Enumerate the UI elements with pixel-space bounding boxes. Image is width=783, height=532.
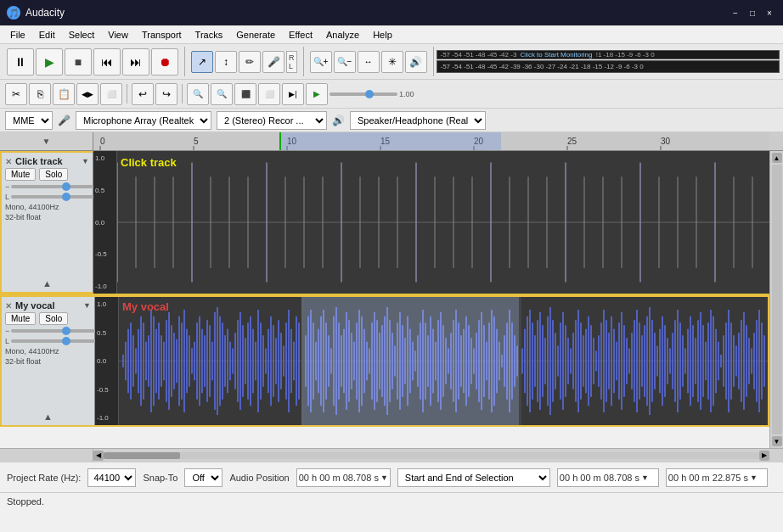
click-track-controls: Mute Solo — [5, 168, 89, 181]
vscroll-down[interactable]: ▼ — [772, 436, 782, 446]
device-toolbar: MME 🎤 Microphone Array (Realtek ... 2 (S… — [0, 109, 783, 132]
meter-values1b: !1 -18 -15 -9 -6 -3 0 — [594, 51, 654, 59]
paste-button[interactable]: 📋 — [53, 83, 75, 105]
vocal-track-collapse[interactable]: ▲ — [5, 412, 91, 422]
hscroll-track[interactable]: ◀ ▶ — [93, 449, 769, 462]
vocal-track-name[interactable]: My vocal — [12, 300, 83, 311]
fit-all-button[interactable]: ⬜ — [258, 83, 280, 105]
vocal-track-menu-chevron[interactable]: ▼ — [83, 301, 91, 310]
sel-end-dropdown[interactable]: ▼ — [750, 473, 758, 482]
click-track-label-overlay: Click track — [121, 156, 177, 169]
playback-speed-slider[interactable] — [330, 92, 397, 96]
sel-end-value: 00 h 00 m 22.875 s — [668, 473, 748, 483]
menu-analyze[interactable]: Analyze — [319, 28, 366, 42]
menu-generate[interactable]: Generate — [229, 28, 282, 42]
selection-end-input[interactable]: 00 h 00 m 22.875 s ▼ — [666, 468, 768, 487]
click-track-mute[interactable]: Mute — [5, 168, 36, 181]
fit-selection-button[interactable]: ↔ — [358, 51, 380, 73]
output-device-select[interactable]: Speaker/Headphone (Realte... — [350, 111, 486, 130]
selection-start-input[interactable]: 00 h 00 m 08.708 s ▼ — [557, 468, 659, 487]
channels-select[interactable]: 2 (Stereo) Recor ... — [217, 111, 327, 130]
horizontal-scrollbar[interactable]: ◀ ▶ — [0, 448, 783, 462]
zoom-in-edit-button[interactable]: 🔍 — [187, 83, 209, 105]
selection-mode-select[interactable]: Start and End of Selection — [397, 468, 550, 487]
hscroll-left[interactable]: ◀ — [93, 451, 104, 461]
meter-values2: -57 -54 -51 -48 -45 -42 -39 -36 -30 -27 … — [441, 63, 644, 70]
menu-view[interactable]: View — [101, 28, 135, 42]
zoom-in-button[interactable]: 🔍+ — [310, 51, 332, 73]
click-track-menu-chevron[interactable]: ▼ — [82, 157, 89, 165]
menu-file[interactable]: File — [3, 28, 32, 42]
copy-button[interactable]: ⎘ — [29, 83, 51, 105]
menu-select[interactable]: Select — [62, 28, 102, 42]
speed-label: 1.00 — [399, 90, 414, 98]
skip-back-button[interactable]: ⏮ — [93, 48, 121, 76]
envelope-tool-button[interactable]: ↕ — [215, 51, 237, 73]
menu-help[interactable]: Help — [366, 28, 399, 42]
menu-edit[interactable]: Edit — [32, 28, 62, 42]
audio-position-input[interactable]: 00 h 00 m 08.708 s ▼ — [296, 468, 391, 487]
play-at-speed-button[interactable]: ▶ — [306, 83, 328, 105]
vocal-track-close[interactable]: ✕ — [5, 301, 12, 311]
multi-tool-button[interactable]: ✳ — [381, 51, 403, 73]
click-track-y-axis: 1.0 0.5 0.0 -0.5 -1.0 — [93, 151, 117, 294]
zoom-out-edit-button[interactable]: 🔍 — [211, 83, 233, 105]
timeline-ruler[interactable]: 0 5 10 15 20 25 30 — [93, 132, 769, 150]
silence-button[interactable]: ⬜ — [100, 83, 122, 105]
hscroll-thumb[interactable] — [104, 452, 180, 459]
pause-button[interactable]: ⏸ — [7, 48, 34, 76]
click-track-close[interactable]: ✕ — [5, 157, 12, 166]
menu-transport[interactable]: Transport — [135, 28, 189, 42]
speaker-button[interactable]: 🔊 — [405, 51, 427, 73]
close-button[interactable]: × — [763, 6, 776, 20]
vocal-track-mute[interactable]: Mute — [5, 312, 36, 325]
hscroll-right[interactable]: ▶ — [759, 451, 769, 461]
play-button[interactable]: ▶ — [36, 48, 63, 76]
click-to-monitor[interactable]: Click to Start Monitoring — [521, 51, 593, 59]
audio-pos-dropdown[interactable]: ▼ — [380, 473, 388, 482]
click-track-collapse[interactable]: ▲ — [5, 278, 89, 288]
vertical-scrollbar[interactable]: ▲ ▼ — [769, 151, 783, 448]
minimize-button[interactable]: − — [729, 6, 742, 20]
sep2 — [303, 47, 304, 76]
record-button[interactable]: ⏺ — [151, 48, 178, 76]
meter-section: -57 -54 -51 -48 -45 -42 -3 Click to Star… — [437, 50, 780, 73]
hscroll-area[interactable] — [104, 452, 759, 459]
click-track-waveform[interactable]: 1.0 0.5 0.0 -0.5 -1.0 Click track // We'… — [93, 151, 769, 294]
click-track-gain-row: − + — [5, 182, 89, 191]
vscroll-thumb[interactable] — [772, 165, 782, 434]
hscroll-right-corner — [769, 449, 783, 462]
project-rate-select[interactable]: 44100 — [87, 468, 136, 487]
click-track-solo[interactable]: Solo — [39, 168, 68, 181]
svg-text:5: 5 — [194, 137, 199, 146]
click-track-row: ✕ Click track ▼ Mute Solo − + L R — [0, 151, 769, 295]
sel-start-dropdown[interactable]: ▼ — [641, 473, 649, 482]
click-track-name[interactable]: Click track — [12, 156, 82, 166]
trim-button[interactable]: ◀▶ — [76, 83, 99, 105]
window-controls[interactable]: − □ × — [729, 6, 776, 20]
fit-track-button[interactable]: ⬛ — [234, 83, 256, 105]
vocal-track-waveform[interactable]: 1.0 0.5 0.0 -0.5 -1.0 My vocal — [95, 297, 768, 425]
play-cut-preview-button[interactable]: ▶| — [282, 83, 304, 105]
vocal-track-solo[interactable]: Solo — [39, 312, 68, 325]
input-device-select[interactable]: Microphone Array (Realtek ... — [76, 111, 211, 130]
maximize-button[interactable]: □ — [746, 6, 759, 20]
menu-tracks[interactable]: Tracks — [189, 28, 230, 42]
zoom-toolbar: 🔍+ 🔍− ↔ ✳ 🔊 — [307, 49, 431, 75]
redo-button[interactable]: ↪ — [155, 83, 177, 105]
stop-button[interactable]: ■ — [65, 48, 92, 76]
cut-button[interactable]: ✂ — [5, 83, 27, 105]
vscroll-up[interactable]: ▲ — [772, 153, 782, 163]
mic-button[interactable]: 🎤 — [262, 51, 284, 73]
zoom-out-button[interactable]: 🔍− — [334, 51, 356, 73]
select-tool-button[interactable]: ↗ — [191, 51, 213, 73]
skip-fwd-button[interactable]: ⏭ — [122, 48, 149, 76]
menu-effect[interactable]: Effect — [282, 28, 319, 42]
undo-button[interactable]: ↩ — [132, 83, 154, 105]
app-title: Audacity — [25, 7, 65, 19]
vocal-track-label-overlay: My vocal — [122, 300, 169, 313]
snap-to-select[interactable]: Off — [184, 468, 223, 487]
vocal-track-header: ✕ My vocal ▼ Mute Solo − + L R — [2, 297, 95, 425]
host-select[interactable]: MME — [5, 111, 53, 130]
draw-tool-button[interactable]: ✏ — [239, 51, 261, 73]
